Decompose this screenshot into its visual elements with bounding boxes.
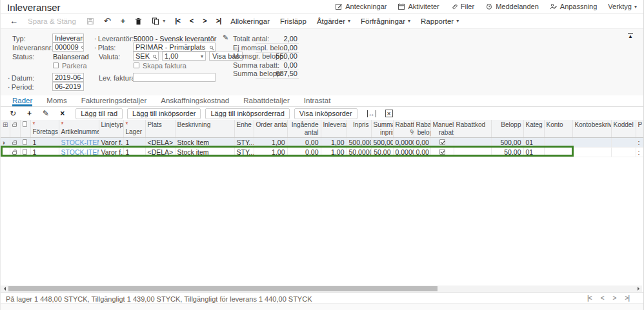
cell-rabatt_belopp[interactable]: 0,00 xyxy=(414,137,430,147)
select-all-icon[interactable]: ⊞ xyxy=(3,121,8,128)
cell-beskrivning[interactable]: Stock item xyxy=(175,147,234,157)
next-record-icon[interactable]: > xyxy=(203,17,206,25)
cell-rabatt_pct[interactable]: 0,000000 xyxy=(393,147,414,157)
magnifier-icon[interactable] xyxy=(83,85,84,88)
header-link-anpassning[interactable]: Anpassning xyxy=(550,3,598,10)
manuell-rabatt-checkbox[interactable] xyxy=(439,139,445,145)
col-sel[interactable]: ⊞ xyxy=(1,120,10,137)
last-record-icon[interactable]: >| xyxy=(216,17,221,25)
export-icon[interactable]: ✕ xyxy=(385,110,393,117)
cell-foretags[interactable]: 1 xyxy=(30,147,59,157)
cell-order_antal[interactable]: 1,00 xyxy=(254,147,287,157)
cell-enhet[interactable]: STY... xyxy=(234,137,254,147)
col-konto[interactable]: Konto xyxy=(544,120,572,137)
pager-first-icon[interactable]: |< xyxy=(587,295,592,302)
cell-inleverans_antal[interactable]: 1,00 xyxy=(321,137,347,147)
magnifier-icon[interactable] xyxy=(153,55,156,58)
tab-intrastat[interactable]: Intrastat xyxy=(304,95,331,106)
lägg-till-inköpsorderrad-button[interactable]: Lägg till inköpsorderrad xyxy=(205,108,289,119)
cell-konto[interactable] xyxy=(544,137,572,147)
cell-plats[interactable]: <DELA> xyxy=(145,147,175,157)
cell-kontobeskrivning[interactable] xyxy=(572,137,611,147)
cell-artikelnummer[interactable]: STOCK-ITEM xyxy=(59,137,99,147)
cell-koddel[interactable] xyxy=(611,137,636,147)
collapse-panel-icon[interactable]: ▲ xyxy=(628,33,633,39)
col-lager[interactable]: *Lager xyxy=(123,120,145,137)
horizontal-scrollbar[interactable] xyxy=(1,286,642,292)
cell-belopp[interactable]: 500,00 xyxy=(491,137,523,147)
note-icon[interactable] xyxy=(23,139,27,145)
cell-rabatt_pct[interactable]: 0,000000 xyxy=(393,137,414,147)
cell-rabattkod[interactable] xyxy=(454,147,491,157)
inleveransnr-input[interactable]: 000009 xyxy=(52,43,84,52)
col-foretags[interactable]: *Företags xyxy=(30,120,59,137)
cell-order_antal[interactable]: 1,00 xyxy=(254,137,287,147)
add-icon[interactable]: + xyxy=(121,17,126,25)
atgarder-menu[interactable]: Åtgärder▾ xyxy=(317,17,350,25)
tab-rader[interactable]: Rader xyxy=(12,95,32,106)
cell-p[interactable]: : xyxy=(636,137,643,147)
col-summa_inpris[interactable]: Summa inpris xyxy=(371,120,393,137)
col-rabatt_pct[interactable]: Rabatt, % xyxy=(393,120,414,137)
cell-linjetyp[interactable]: Varor f... xyxy=(99,147,123,157)
currency-input[interactable]: SEK xyxy=(133,52,159,61)
cell-manuell_rabatt[interactable] xyxy=(430,137,454,147)
header-link-anteckningar[interactable]: Anteckningar xyxy=(335,3,387,10)
col-belopp[interactable]: Belopp xyxy=(491,120,523,137)
col-plats[interactable]: Plats xyxy=(145,120,175,137)
cell-kateg[interactable]: 01 xyxy=(523,147,544,157)
col-order_antal[interactable]: Order antal xyxy=(254,120,287,137)
parkera-checkbox[interactable] xyxy=(53,63,59,68)
scroll-right-icon[interactable] xyxy=(635,286,642,292)
cell-koddel[interactable] xyxy=(611,147,636,157)
cell-summa_inpris[interactable]: 50,00 xyxy=(371,147,393,157)
col-kontobeskrivning[interactable]: Kontobeskrivnin xyxy=(572,120,611,137)
col-enhet[interactable]: Enhe xyxy=(234,120,254,137)
visa-inköpsorder-button[interactable]: Visa inköpsorder xyxy=(294,108,357,119)
cell-foretags[interactable]: 1 xyxy=(30,137,59,147)
lägg-till-rad-button[interactable]: Lägg till rad xyxy=(75,108,123,119)
typ-select[interactable]: Inleverans▾ xyxy=(52,34,84,43)
col-lock[interactable] xyxy=(10,120,20,137)
cell-lock[interactable] xyxy=(10,147,20,157)
undo-icon[interactable]: ↶ xyxy=(104,17,111,25)
pager-prev-icon[interactable]: < xyxy=(601,295,604,302)
cell-inleverans_antal[interactable]: 1,00 xyxy=(321,147,347,157)
cell-manuell_rabatt[interactable] xyxy=(430,147,454,157)
cell-rabattkod[interactable] xyxy=(454,137,491,147)
header-link-meddelanden[interactable]: Meddelanden xyxy=(485,3,539,10)
cell-beskrivning[interactable]: Stock Item xyxy=(175,137,234,147)
clipboard-icon[interactable]: ▾ xyxy=(152,17,165,25)
cell-enhet[interactable]: STY... xyxy=(234,147,254,157)
cell-inpris[interactable]: 500,0000 xyxy=(347,137,371,147)
cell-ingaende_antal[interactable]: 0,00 xyxy=(287,147,321,157)
skapa-faktura-checkbox[interactable] xyxy=(134,63,139,68)
plats-input[interactable]: PRIMÄR - Primärplats xyxy=(133,43,216,52)
col-koddel[interactable]: Koddel xyxy=(611,120,636,137)
note-icon[interactable] xyxy=(23,149,27,155)
cell-note[interactable] xyxy=(20,137,30,147)
col-rabattkod[interactable]: Rabattkod xyxy=(454,120,491,137)
col-kateg[interactable]: Kateg xyxy=(523,120,544,137)
refresh-icon[interactable]: ↻ xyxy=(10,110,16,117)
cell-p[interactable]: : xyxy=(636,147,643,157)
cell-plats[interactable]: <DELA> xyxy=(145,137,175,147)
cell-inpris[interactable]: 50,0000 xyxy=(347,147,371,157)
cell-summa_inpris[interactable]: 500,00 xyxy=(371,137,393,147)
cell-linjetyp[interactable]: Varor f... xyxy=(99,137,123,147)
col-artikelnummer[interactable]: *Artikelnummer xyxy=(59,120,99,137)
grid-row-2[interactable]: 1STOCK-ITEM-2Varor f...1<DELA>Stock item… xyxy=(1,147,643,157)
delete-row-icon[interactable]: × xyxy=(60,110,65,117)
scroll-left-icon[interactable] xyxy=(1,286,8,292)
prev-record-icon[interactable]: < xyxy=(190,17,193,25)
rate-select[interactable]: 1,00▾ xyxy=(162,52,206,61)
lägg-till-inköpsorder-button[interactable]: Lägg till inköpsorder xyxy=(127,108,201,119)
cell-artikelnummer[interactable]: STOCK-ITEM-2 xyxy=(59,147,99,157)
manuell-rabatt-checkbox[interactable] xyxy=(439,149,445,155)
first-record-icon[interactable]: |< xyxy=(175,17,180,25)
col-linjetyp[interactable]: Linjetyp xyxy=(99,120,123,137)
rapporter-menu[interactable]: Rapporter▾ xyxy=(421,17,459,25)
cell-belopp[interactable]: 50,00 xyxy=(491,147,523,157)
cell-kateg[interactable]: 01 xyxy=(523,137,544,147)
item-link[interactable]: STOCK-ITEM xyxy=(61,139,99,146)
